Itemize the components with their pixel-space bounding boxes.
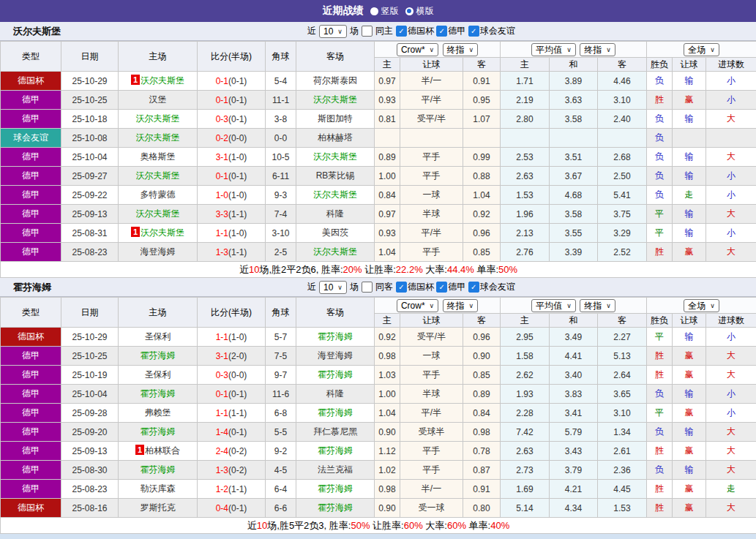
away-team[interactable]: 霍芬海姆 xyxy=(318,445,353,456)
fulltime-score: 0-2 xyxy=(216,133,228,143)
home-team[interactable]: 弗赖堡 xyxy=(145,407,171,418)
corners: 11-6 xyxy=(266,385,296,404)
home-team[interactable]: 海登海姆 xyxy=(141,246,176,257)
home-team[interactable]: 沃尔夫斯堡 xyxy=(136,113,180,124)
home-team[interactable]: 奥格斯堡 xyxy=(141,151,176,162)
home-team[interactable]: 多特蒙德 xyxy=(141,189,176,200)
avg-odds-select[interactable]: 平均值∨ xyxy=(531,43,576,56)
fulltime-select[interactable]: 全场∨ xyxy=(684,43,719,56)
league-checkbox[interactable]: ✓ xyxy=(436,26,447,37)
result-handicap: 赢 xyxy=(673,366,706,385)
away-team[interactable]: 霍芬海姆 xyxy=(318,407,353,418)
fulltime-score: 3-1 xyxy=(216,351,228,361)
result-goals: 大 xyxy=(706,366,756,385)
radio-vertical-icon[interactable] xyxy=(370,7,378,15)
league-checkbox[interactable]: ✓ xyxy=(436,282,447,293)
home-team[interactable]: 霍芬海姆 xyxy=(141,426,176,437)
handicap-line: 受一球 xyxy=(400,499,463,518)
away-team[interactable]: 荷尔斯泰因 xyxy=(313,75,357,86)
euro-draw-odds: 3.51 xyxy=(550,148,598,167)
league-checkbox[interactable]: ✓ xyxy=(468,26,479,37)
away-team[interactable]: 霍芬海姆 xyxy=(318,502,353,513)
handicap-away-odds: 1.07 xyxy=(463,110,501,129)
euro-away-odds: 2.68 xyxy=(598,148,647,167)
handicap-away-odds: 0.92 xyxy=(463,205,501,224)
layout-radio-horizontal[interactable]: 横版 xyxy=(405,5,434,18)
home-team[interactable]: 圣保利 xyxy=(145,369,171,380)
away-team[interactable]: 美因茨 xyxy=(322,227,348,238)
score-cell: 0-1(0-1) xyxy=(198,91,266,110)
match-row: 德甲 25-08-30 霍芬海姆 1-3(0-2) 4-5 法兰克福 1.02 … xyxy=(1,461,756,480)
away-team[interactable]: 法兰克福 xyxy=(318,464,353,475)
team-name: 沃尔夫斯堡 xyxy=(13,25,61,38)
match-type-badge: 德国杯 xyxy=(1,72,61,91)
match-count-select[interactable]: 10∨ xyxy=(319,281,347,294)
away-team[interactable]: 柏林赫塔 xyxy=(318,132,353,143)
league-checkbox[interactable]: ✓ xyxy=(396,26,407,37)
away-team[interactable]: 拜仁慕尼黑 xyxy=(313,426,357,437)
away-team[interactable]: 霍芬海姆 xyxy=(318,483,353,494)
match-row: 德甲 25-10-18 沃尔夫斯堡 0-3(0-1) 3-8 斯图加特 0.81… xyxy=(1,110,756,129)
home-team[interactable]: 霍芬海姆 xyxy=(141,464,176,475)
home-team[interactable]: 罗斯托克 xyxy=(141,502,176,513)
home-team[interactable]: 勒沃库森 xyxy=(141,483,176,494)
col-type: 类型 xyxy=(1,298,61,328)
match-count-select[interactable]: 10∨ xyxy=(319,25,347,38)
away-team[interactable]: 科隆 xyxy=(326,208,344,219)
away-team[interactable]: 沃尔夫斯堡 xyxy=(313,151,357,162)
euro-time-select[interactable]: 终指∨ xyxy=(580,43,615,56)
bookmaker-select[interactable]: Crow*∨ xyxy=(397,299,438,312)
same-venue-checkbox[interactable] xyxy=(362,26,373,37)
fulltime-select[interactable]: 全场∨ xyxy=(684,299,719,312)
handicap-home-odds: 0.90 xyxy=(375,423,400,442)
home-team[interactable]: 霍芬海姆 xyxy=(141,350,176,361)
league-checkbox[interactable]: ✓ xyxy=(396,282,407,293)
home-team[interactable]: 汉堡 xyxy=(149,94,167,105)
home-team[interactable]: 沃尔夫斯堡 xyxy=(141,75,184,86)
home-team[interactable]: 圣保利 xyxy=(145,331,171,342)
result-handicap: 输 xyxy=(673,423,706,442)
euro-time-select[interactable]: 终指∨ xyxy=(580,299,615,312)
away-team[interactable]: 海登海姆 xyxy=(318,350,353,361)
away-team[interactable]: 霍芬海姆 xyxy=(318,331,353,342)
league-checkbox[interactable]: ✓ xyxy=(468,282,479,293)
away-team[interactable]: 科隆 xyxy=(326,388,344,399)
away-team[interactable]: 霍芬海姆 xyxy=(318,369,353,380)
avg-odds-select[interactable]: 平均值∨ xyxy=(531,299,576,312)
home-team[interactable]: 沃尔夫斯堡 xyxy=(136,170,180,181)
home-team[interactable]: 沃尔夫斯堡 xyxy=(141,227,184,238)
away-team[interactable]: 沃尔夫斯堡 xyxy=(313,246,357,257)
match-date: 25-09-20 xyxy=(61,423,119,442)
home-team-cell: 霍芬海姆 xyxy=(119,461,198,480)
home-team[interactable]: 沃尔夫斯堡 xyxy=(136,132,180,143)
euro-draw-odds xyxy=(550,129,598,148)
match-type-badge: 德甲 xyxy=(1,461,61,480)
chevron-down-icon: ∨ xyxy=(566,301,572,311)
handicap-time-select[interactable]: 终指∨ xyxy=(443,43,479,56)
home-team[interactable]: 柏林联合 xyxy=(145,445,180,456)
euro-away-odds: 5.41 xyxy=(598,186,647,205)
result-wdl: 负 xyxy=(647,167,673,186)
corners: 9-3 xyxy=(266,186,296,205)
handicap-time-select[interactable]: 终指∨ xyxy=(443,299,479,312)
same-venue-checkbox[interactable] xyxy=(362,282,373,293)
away-team[interactable]: 沃尔夫斯堡 xyxy=(313,94,357,105)
halftime-score: (1-0) xyxy=(228,332,247,342)
radio-horizontal-icon[interactable] xyxy=(405,7,413,15)
match-type-badge: 德甲 xyxy=(1,385,61,404)
euro-away-odds: 2.61 xyxy=(598,442,647,461)
halftime-score: (0-0) xyxy=(228,133,247,143)
home-team[interactable]: 霍芬海姆 xyxy=(141,388,176,399)
layout-radio-vertical[interactable]: 竖版 xyxy=(370,5,399,18)
bookmaker-select[interactable]: Crow*∨ xyxy=(397,43,438,56)
match-row: 德甲 25-10-19 圣保利 0-3(0-0) 9-7 霍芬海姆 1.03 平… xyxy=(1,366,756,385)
chevron-down-icon: ∨ xyxy=(710,45,715,55)
euro-odds-header: 平均值∨ 终指∨ xyxy=(501,42,647,58)
away-team[interactable]: RB莱比锡 xyxy=(316,170,355,181)
handicap-home-odds: 0.93 xyxy=(375,91,400,110)
away-team[interactable]: 斯图加特 xyxy=(318,113,353,124)
home-team[interactable]: 沃尔夫斯堡 xyxy=(136,208,180,219)
euro-away-odds: 3.75 xyxy=(598,205,647,224)
away-team[interactable]: 沃尔夫斯堡 xyxy=(313,189,357,200)
col-score: 比分(半场) xyxy=(198,42,266,72)
